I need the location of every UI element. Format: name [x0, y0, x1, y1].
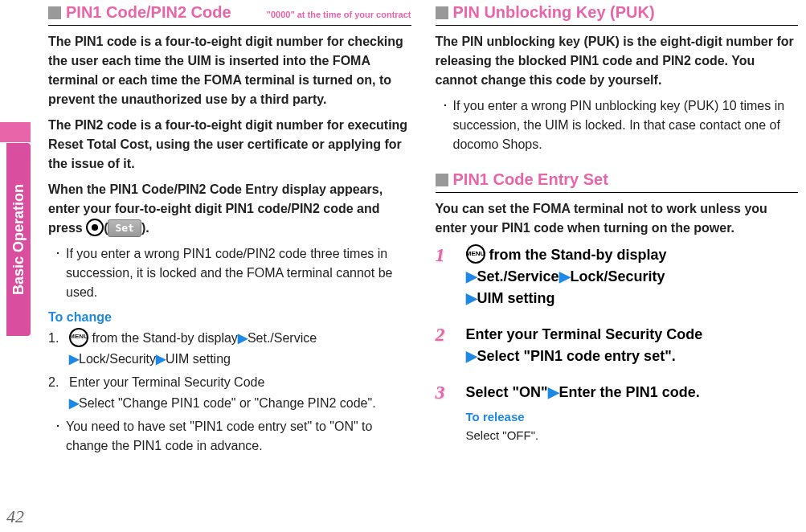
sidebar-label: Basic Operation — [6, 143, 31, 336]
step1-text-b: Set./Service — [477, 268, 559, 284]
section-title-text: PIN1 Code Entry Set — [453, 170, 608, 189]
step-number: 2. — [48, 372, 63, 413]
arrow-icon: ▶ — [238, 331, 248, 345]
bullet-pin-entry-set: ･ You need to have set "PIN1 code entry … — [48, 417, 411, 456]
arrow-icon: ▶ — [466, 348, 477, 364]
step-body: Select "ON"▶Enter the PIN1 code. To rele… — [466, 382, 799, 444]
section-marker-icon — [436, 6, 448, 19]
step1-text-b: Set./Service — [248, 331, 317, 345]
step1-text-c: Lock/Security — [79, 352, 156, 366]
pin2-description: The PIN2 code is a four-to-eight digit n… — [48, 116, 411, 174]
bullet-wrong-pin: ･ If you enter a wrong PIN1 code/PIN2 co… — [48, 244, 411, 302]
arrow-icon: ▶ — [548, 384, 559, 400]
divider — [436, 25, 799, 26]
step-body: MENU from the Stand-by display ▶Set./Ser… — [466, 244, 799, 309]
pin-entry-instruction: When the PIN1 Code/PIN2 Code Entry displ… — [48, 180, 411, 238]
menu-icon: MENU — [466, 244, 485, 264]
bullet-dot-icon: ･ — [442, 96, 448, 154]
to-change-heading: To change — [48, 310, 411, 325]
step-2: 2 Enter your Terminal Security Code ▶Sel… — [436, 324, 799, 367]
step2-text-b: Select "PIN1 code entry set". — [477, 348, 676, 364]
release-text: Select "OFF". — [466, 427, 799, 445]
step2-text-b: Select "Change PIN1 code" or "Change PIN… — [79, 396, 376, 410]
to-release-heading: To release — [466, 408, 799, 427]
page-number: 42 — [6, 506, 24, 527]
step-number-3: 3 — [436, 382, 456, 403]
step1-text-a: from the Stand-by display — [88, 331, 238, 345]
bullet-wrong-puk: ･ If you enter a wrong PIN unblocking ke… — [436, 96, 799, 154]
content-area: PIN1 Code/PIN2 Code "0000" at the time o… — [48, 3, 798, 524]
change-step-2: 2. Enter your Terminal Security Code ▶Se… — [48, 372, 411, 413]
divider — [436, 192, 799, 193]
bullet-text: If you enter a wrong PIN1 code/PIN2 code… — [66, 244, 411, 302]
step1-text-c: Lock/Security — [571, 268, 665, 284]
step-content: MENU from the Stand-by display▶Set./Serv… — [69, 328, 317, 369]
section-title-puk: PIN Unblocking Key (PUK) — [436, 3, 799, 22]
center-button-icon — [86, 219, 104, 236]
step-number-2: 2 — [436, 324, 456, 345]
bullet-text: If you enter a wrong PIN unblocking key … — [453, 96, 799, 154]
arrow-icon: ▶ — [69, 352, 79, 366]
bullet-dot-icon: ･ — [55, 417, 61, 456]
step-number-1: 1 — [436, 244, 456, 265]
step1-text-d: UIM setting — [477, 290, 555, 306]
arrow-icon: ▶ — [559, 268, 571, 284]
pin-entry-text-b: ). — [141, 221, 149, 235]
section-title-text: PIN1 Code/PIN2 Code — [66, 3, 231, 22]
step2-text-a: Enter your Terminal Security Code — [69, 375, 264, 389]
step3-text-a: Select "ON" — [466, 384, 548, 400]
step-body: Enter your Terminal Security Code ▶Selec… — [466, 324, 799, 367]
sidebar: Basic Operation 42 — [0, 0, 31, 532]
pin-entry-set-description: You can set the FOMA terminal not to wor… — [436, 199, 799, 238]
menu-icon: MENU — [69, 328, 88, 347]
arrow-icon: ▶ — [466, 290, 477, 306]
sidebar-accent — [0, 122, 31, 142]
section-title-text: PIN Unblocking Key (PUK) — [453, 3, 655, 22]
step1-text-a: from the Stand-by display — [485, 247, 667, 263]
change-step-1: 1. MENU from the Stand-by display▶Set./S… — [48, 328, 411, 369]
section-marker-icon — [48, 6, 61, 19]
left-column: PIN1 Code/PIN2 Code "0000" at the time o… — [48, 3, 411, 524]
step2-text-a: Enter your Terminal Security Code — [466, 326, 703, 342]
step-1: 1 MENU from the Stand-by display ▶Set./S… — [436, 244, 799, 309]
section-marker-icon — [436, 174, 448, 186]
right-column: PIN Unblocking Key (PUK) The PIN unblock… — [436, 3, 799, 524]
bullet-text: You need to have set "PIN1 code entry se… — [66, 417, 411, 456]
arrow-icon: ▶ — [466, 268, 477, 284]
puk-description: The PIN unblocking key (PUK) is the eigh… — [436, 32, 799, 90]
step-number: 1. — [48, 328, 63, 369]
section-title-note: "0000" at the time of your contract — [267, 10, 411, 19]
step-3: 3 Select "ON"▶Enter the PIN1 code. To re… — [436, 382, 799, 444]
step-content: Enter your Terminal Security Code ▶Selec… — [69, 372, 376, 413]
step3-text-b: Enter the PIN1 code. — [559, 384, 700, 400]
arrow-icon: ▶ — [69, 396, 79, 410]
step1-text-d: UIM setting — [166, 352, 231, 366]
arrow-icon: ▶ — [156, 352, 166, 366]
section-title-pin-codes: PIN1 Code/PIN2 Code "0000" at the time o… — [48, 3, 411, 22]
divider — [48, 25, 411, 26]
section-title-pin-entry-set: PIN1 Code Entry Set — [436, 170, 799, 189]
pin1-description: The PIN1 code is a four-to-eight digit n… — [48, 32, 411, 109]
bullet-dot-icon: ･ — [55, 244, 61, 302]
set-button-label: Set — [108, 219, 141, 237]
